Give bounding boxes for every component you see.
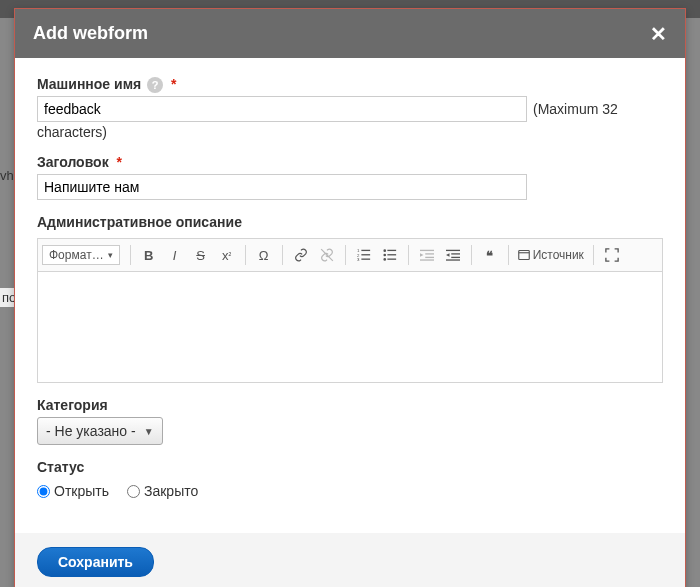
svg-marker-22 — [446, 253, 450, 257]
chevron-down-icon: ▼ — [144, 426, 154, 437]
svg-rect-19 — [451, 253, 460, 254]
status-option-open[interactable]: Открыть — [37, 483, 109, 499]
status-row: Статус Открыть Закрыто — [37, 459, 663, 499]
machine-name-hint-below: characters) — [37, 124, 663, 140]
svg-rect-6 — [361, 259, 370, 260]
description-label: Административное описание — [37, 214, 242, 230]
toolbar-separator — [471, 245, 472, 265]
save-button[interactable]: Сохранить — [37, 547, 154, 577]
svg-rect-14 — [425, 253, 434, 254]
svg-rect-20 — [451, 257, 460, 258]
source-button[interactable]: Источник — [515, 243, 587, 267]
description-row: Административное описание Формат… ▾ B I … — [37, 214, 663, 383]
svg-rect-21 — [446, 259, 460, 260]
status-label: Статус — [37, 459, 84, 475]
status-open-label: Открыть — [54, 483, 109, 499]
chevron-down-icon: ▾ — [108, 250, 113, 260]
svg-rect-4 — [361, 254, 370, 255]
svg-point-9 — [383, 254, 386, 257]
superscript-icon[interactable]: x² — [215, 243, 239, 267]
source-label: Источник — [533, 248, 584, 262]
status-closed-label: Закрыто — [144, 483, 198, 499]
machine-name-row: Машинное имя ? * (Maximum 32 characters) — [37, 76, 663, 140]
svg-rect-8 — [387, 250, 396, 251]
svg-point-7 — [383, 249, 386, 252]
modal-body: Машинное имя ? * (Maximum 32 characters)… — [15, 58, 685, 523]
machine-name-input[interactable] — [37, 96, 527, 122]
description-textarea[interactable] — [38, 272, 662, 382]
unordered-list-icon[interactable] — [378, 243, 402, 267]
svg-text:3: 3 — [357, 257, 360, 262]
title-input[interactable] — [37, 174, 527, 200]
category-selected-value: - Не указано - — [46, 423, 136, 439]
status-option-closed[interactable]: Закрыто — [127, 483, 198, 499]
category-label: Категория — [37, 397, 108, 413]
title-label: Заголовок — [37, 154, 109, 170]
ordered-list-icon[interactable]: 123 — [352, 243, 376, 267]
toolbar-separator — [130, 245, 131, 265]
svg-rect-18 — [446, 250, 460, 251]
toolbar-separator — [508, 245, 509, 265]
toolbar-separator — [593, 245, 594, 265]
svg-rect-13 — [420, 250, 434, 251]
modal-header: Add webform ✕ — [15, 9, 685, 58]
svg-marker-17 — [420, 253, 424, 257]
status-radio-closed[interactable] — [127, 485, 140, 498]
blockquote-icon[interactable]: ❝ — [478, 243, 502, 267]
machine-name-label: Машинное имя — [37, 76, 141, 92]
format-dropdown-label: Формат… — [49, 248, 104, 262]
modal-title: Add webform — [33, 23, 148, 44]
outdent-icon[interactable] — [415, 243, 439, 267]
svg-rect-23 — [518, 251, 529, 260]
maximize-icon[interactable] — [600, 243, 624, 267]
close-icon[interactable]: ✕ — [650, 24, 667, 44]
toolbar-separator — [245, 245, 246, 265]
category-row: Категория - Не указано - ▼ — [37, 397, 663, 445]
format-dropdown[interactable]: Формат… ▾ — [42, 245, 120, 265]
svg-point-11 — [383, 258, 386, 261]
svg-rect-12 — [387, 259, 396, 260]
toolbar-separator — [282, 245, 283, 265]
bold-icon[interactable]: B — [137, 243, 161, 267]
rte-toolbar: Формат… ▾ B I S x² Ω — [38, 239, 662, 272]
unlink-icon[interactable] — [315, 243, 339, 267]
required-marker: * — [117, 154, 122, 170]
modal-footer: Сохранить — [15, 533, 685, 587]
required-marker: * — [171, 76, 176, 92]
title-row: Заголовок * — [37, 154, 663, 200]
toolbar-separator — [345, 245, 346, 265]
omega-icon[interactable]: Ω — [252, 243, 276, 267]
strikethrough-icon[interactable]: S — [189, 243, 213, 267]
rich-text-editor: Формат… ▾ B I S x² Ω — [37, 238, 663, 383]
indent-icon[interactable] — [441, 243, 465, 267]
svg-rect-2 — [361, 250, 370, 251]
italic-icon[interactable]: I — [163, 243, 187, 267]
link-icon[interactable] — [289, 243, 313, 267]
status-radio-open[interactable] — [37, 485, 50, 498]
machine-name-hint-inline: (Maximum 32 — [533, 101, 618, 117]
category-select[interactable]: - Не указано - ▼ — [37, 417, 163, 445]
svg-rect-10 — [387, 254, 396, 255]
help-icon[interactable]: ? — [147, 77, 163, 93]
svg-rect-16 — [420, 259, 434, 260]
toolbar-separator — [408, 245, 409, 265]
add-webform-modal: Add webform ✕ Машинное имя ? * (Maximum … — [14, 8, 686, 587]
svg-rect-15 — [425, 257, 434, 258]
